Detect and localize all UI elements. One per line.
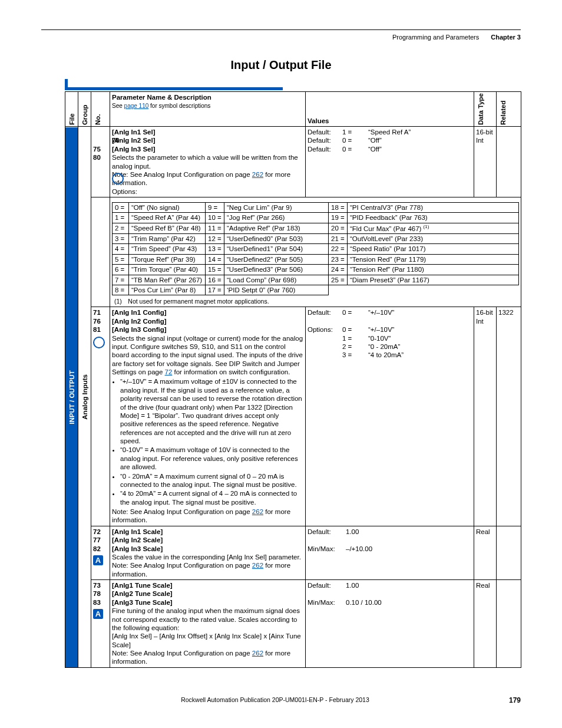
link-262-d[interactable]: 262 [252, 650, 263, 657]
option-cell: “Speed Ratio” (Par 1017) [348, 244, 519, 254]
option-cell: 25 = [329, 275, 348, 285]
r1-related [497, 127, 521, 197]
r3-values: Default:Min/Max: 1.00–/+10.00 [306, 526, 474, 579]
options-table: 0 =“Off” (No signal)9 =“Neg Cur Lim” (Pa… [112, 202, 519, 295]
link-262-c[interactable]: 262 [252, 562, 263, 569]
header-chapter: Chapter 3 [491, 34, 521, 41]
option-cell: 18 = [329, 203, 348, 213]
group-label: Analog Inputs [78, 127, 91, 668]
link-page110[interactable]: page 110 [124, 103, 149, 109]
page-header: Programming and Parameters Chapter 3 [41, 34, 521, 41]
option-cell: 16 = [206, 275, 224, 285]
option-cell: “Adaptive Ref” (Par 183) [224, 223, 329, 233]
reset-icon [112, 173, 124, 185]
option-cell: “UserDefined2” (Par 505) [224, 254, 329, 264]
option-cell: “Trim Ramp” (Par 42) [129, 234, 206, 244]
r4-param: [Anlg1 Tune Scale][Anlg2 Tune Scale][Anl… [110, 580, 306, 668]
col-dtype: Data Type [474, 92, 497, 127]
option-cell: “Tension Red” (Par 1179) [348, 254, 519, 264]
col-group: Group [78, 92, 91, 127]
option-cell: 8 = [113, 285, 129, 295]
r2-values: Default:Options: 0 =0 =1 =2 =3 = “+/–10V… [306, 307, 474, 526]
r3-no: 727782 A [91, 526, 110, 579]
option-cell: 9 = [206, 203, 224, 213]
option-cell: “UserDefined3” (Par 506) [224, 265, 329, 275]
file-label: INPUT / OUTPUT [65, 127, 78, 668]
advanced-icon: A [93, 555, 103, 565]
col-file: File [65, 92, 78, 127]
advanced-icon: A [93, 609, 103, 619]
option-cell: “Off” (No signal) [129, 203, 206, 213]
option-cell: 23 = [329, 254, 348, 264]
option-cell: 22 = [329, 244, 348, 254]
option-cell: “Trim Speed” (Par 43) [129, 244, 206, 254]
r2-no: 717681 [91, 307, 110, 526]
option-cell: 19 = [329, 213, 348, 223]
option-cell: 20 = [329, 223, 348, 233]
option-cell: 21 = [329, 234, 348, 244]
option-cell: “Neg Cur Lim” (Par 9) [224, 203, 329, 213]
col-related: Related [497, 92, 521, 127]
option-cell: 17 = [206, 285, 224, 295]
option-cell [348, 285, 519, 295]
option-cell: 6 = [113, 265, 129, 275]
option-cell: “Fld Cur Max” (Par 467) (1) [348, 223, 519, 233]
r1-no: 707580 [91, 127, 110, 197]
option-cell: “PI CentralV3” (Par 778) [348, 203, 519, 213]
option-cell: 13 = [206, 244, 224, 254]
option-cell: 10 = [206, 213, 224, 223]
r4-related [497, 580, 521, 668]
r1-values: Default:Default:Default: 1 =0 =0 = “Spee… [306, 127, 474, 197]
link-72[interactable]: 72 [165, 368, 173, 375]
r3-param: [Anlg In1 Scale][Anlg In2 Scale][Anlg In… [110, 526, 306, 579]
r2-param: [Anlg In1 Config][Anlg In2 Config][Anlg … [110, 307, 306, 526]
option-cell: 15 = [206, 265, 224, 275]
option-cell: “UserDefined1” (Par 504) [224, 244, 329, 254]
option-cell: 3 = [113, 234, 129, 244]
reset-icon [93, 337, 105, 348]
link-262-a[interactable]: 262 [252, 171, 263, 178]
footer-pub: Rockwell Automation Publication 20P-UM00… [181, 696, 369, 704]
option-cell: “PID Feedback” (Par 763) [348, 213, 519, 223]
option-cell: ‘PID Setpt 0” (Par 760) [224, 285, 329, 295]
option-cell: “TB Man Ref” (Par 267) [129, 275, 206, 285]
option-cell: “Trim Torque” (Par 40) [129, 265, 206, 275]
option-cell: “Tension Ref” (Par 1180) [348, 265, 519, 275]
svg-point-0 [115, 197, 121, 203]
r4-dtype: Real [474, 580, 497, 668]
option-cell: “UserDefined0” (Par 503) [224, 234, 329, 244]
option-cell: 4 = [113, 244, 129, 254]
option-cell: 24 = [329, 265, 348, 275]
r2-related: 1322 [497, 307, 521, 526]
col-param: Parameter Name & Description See page 11… [110, 92, 306, 127]
header-section: Programming and Parameters [392, 34, 479, 41]
option-cell: “Torque Ref” (Par 39) [129, 254, 206, 264]
r4-values: Default:Min/Max: 1.000.10 / 10.00 [306, 580, 474, 668]
option-cell: 7 = [113, 275, 129, 285]
r1-param: [Anlg In1 Sel][Anlg In2 Sel][Anlg In3 Se… [110, 127, 306, 197]
option-cell: “Speed Ref A” (Par 44) [129, 213, 206, 223]
option-cell: 14 = [206, 254, 224, 264]
r2-dtype: 16-bitInt [474, 307, 497, 526]
r3-related [497, 526, 521, 579]
parameter-table: File Group No. Parameter Name & Descript… [65, 91, 521, 668]
option-cell: 12 = [206, 234, 224, 244]
r1-options: 0 =“Off” (No signal)9 =“Neg Cur Lim” (Pa… [110, 197, 521, 307]
option-cell: “Diam Preset3” (Par 1167) [348, 275, 519, 285]
col-no: No. [91, 92, 110, 127]
option-cell: 11 = [206, 223, 224, 233]
page-footer: Rockwell Automation Publication 20P-UM00… [41, 696, 521, 704]
footer-page: 179 [509, 696, 521, 704]
option-cell: “Pos Cur Lim” (Par 8) [129, 285, 206, 295]
option-cell: “Load Comp” (Par 698) [224, 275, 329, 285]
r4-no: 737883 A [91, 580, 110, 668]
option-cell: “Jog Ref” (Par 266) [224, 213, 329, 223]
option-cell: “OutVoltLevel” (Par 233) [348, 234, 519, 244]
option-cell: “Speed Ref B” (Par 48) [129, 223, 206, 233]
r3-dtype: Real [474, 526, 497, 579]
option-cell [329, 285, 348, 295]
page-title: Input / Output File [41, 58, 521, 72]
link-262-b[interactable]: 262 [252, 508, 263, 515]
option-cell: 5 = [113, 254, 129, 264]
col-values: Values [306, 92, 474, 127]
